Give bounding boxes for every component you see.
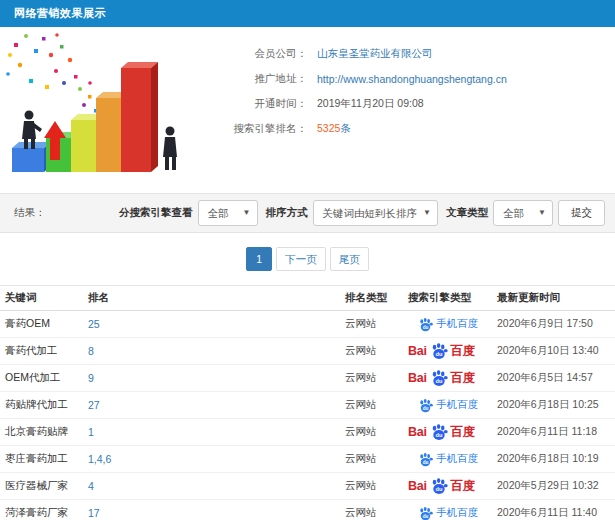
rank-type-cell: 云网站: [345, 452, 408, 466]
baidu-logo-latin: Bai: [408, 371, 427, 385]
company-label: 会员公司：: [192, 47, 307, 61]
updated-cell: 2020年6月9日 17:50: [497, 317, 615, 331]
keyword-cell: 医疗器械厂家: [5, 479, 88, 493]
svg-text:du: du: [435, 351, 442, 357]
col-engine-type: 搜索引擎类型: [408, 291, 497, 305]
mobile-baidu-label: 手机百度: [436, 398, 478, 412]
keyword-cell: 菏泽膏药厂家: [5, 506, 88, 520]
updated-cell: 2020年6月10日 13:40: [497, 344, 615, 358]
next-page-button[interactable]: 下一页: [276, 247, 326, 271]
mobile-baidu-label: 手机百度: [436, 452, 478, 466]
updated-cell: 2020年6月11日 11:40: [497, 506, 615, 520]
promo-url-label: 推广地址：: [192, 72, 307, 86]
bar-growth-illustration-svg: [0, 27, 192, 189]
article-type-label: 文章类型: [446, 206, 488, 220]
engine-view-selected: 全部: [208, 207, 229, 219]
article-type-select[interactable]: 全部 ▼: [493, 200, 553, 226]
last-page-button[interactable]: 尾页: [330, 247, 369, 271]
table-row: 膏药OEM25云网站du手机百度2020年6月9日 17:50: [0, 311, 615, 338]
page-header: 网络营销效果展示: [0, 0, 615, 27]
baidu-paw-icon: du: [418, 452, 433, 467]
baidu-paw-icon: du: [430, 369, 448, 387]
pagination: 1 下一页 尾页: [0, 233, 615, 285]
sort-select[interactable]: 关键词由短到长排序 ▼: [313, 200, 439, 226]
bar-red: [121, 62, 158, 172]
filter-bar: 结果： 分搜索引擎查看 全部 ▼ 排序方式 关键词由短到长排序 ▼ 文章类型 全…: [0, 193, 615, 233]
col-rank: 排名: [88, 291, 345, 305]
open-time-value: 2019年11月20日 09:08: [317, 97, 424, 111]
rank-link[interactable]: 4: [88, 480, 345, 492]
col-rank-type: 排名类型: [345, 291, 408, 305]
svg-text:du: du: [423, 459, 429, 464]
rank-link[interactable]: 1,4,6: [88, 453, 345, 465]
open-time-label: 开通时间：: [192, 97, 307, 111]
rank-link[interactable]: 1: [88, 426, 345, 438]
rank-link[interactable]: 9: [88, 372, 345, 384]
rank-link[interactable]: 27: [88, 399, 345, 411]
keyword-cell: OEM代加工: [5, 371, 88, 385]
svg-text:du: du: [423, 405, 429, 410]
submit-button[interactable]: 提交: [558, 200, 605, 226]
keyword-cell: 膏药OEM: [5, 317, 88, 331]
keyword-cell: 枣庄膏药加工: [5, 452, 88, 466]
engine-rank-row: 搜索引擎排名： 5325条: [192, 116, 507, 141]
member-info-list: 会员公司： 山东皇圣堂药业有限公司 推广地址： http://www.shand…: [192, 27, 507, 193]
open-time-row: 开通时间： 2019年11月20日 09:08: [192, 91, 507, 116]
rank-type-cell: 云网站: [345, 398, 408, 412]
rank-type-cell: 云网站: [345, 371, 408, 385]
engine-view-label: 分搜索引擎查看: [119, 206, 193, 220]
svg-text:du: du: [423, 513, 429, 518]
baidu-logo-latin: Bai: [408, 344, 427, 358]
chevron-down-icon: ▼: [538, 201, 546, 225]
keyword-cell: 北京膏药贴牌: [5, 425, 88, 439]
company-link[interactable]: 山东皇圣堂药业有限公司: [317, 47, 433, 59]
table-row: 北京膏药贴牌1云网站Baidu百度2020年6月11日 11:18: [0, 419, 615, 446]
filter-controls: 分搜索引擎查看 全部 ▼ 排序方式 关键词由短到长排序 ▼ 文章类型 全部 ▼ …: [116, 200, 605, 226]
baidu-logo-cn: 百度: [451, 343, 475, 360]
table-row: 膏药代加工8云网站Baidu百度2020年6月10日 13:40: [0, 338, 615, 365]
chevron-down-icon: ▼: [243, 201, 251, 225]
mobile-baidu-logo: du手机百度: [408, 452, 497, 467]
table-row: 医疗器械厂家4云网站Baidu百度2020年5月29日 10:32: [0, 473, 615, 500]
rank-type-cell: 云网站: [345, 344, 408, 358]
mobile-baidu-logo: du手机百度: [408, 398, 497, 413]
keyword-cell: 膏药代加工: [5, 344, 88, 358]
updated-cell: 2020年6月18日 10:19: [497, 452, 615, 466]
result-label: 结果：: [14, 206, 46, 220]
businessman-right: [163, 127, 177, 171]
table-header-row: 关键词 排名 排名类型 搜索引擎类型 最新更新时间: [0, 286, 615, 311]
rank-link[interactable]: 17: [88, 507, 345, 519]
keyword-cell: 药贴牌代加工: [5, 398, 88, 412]
rank-count: 5325: [317, 122, 340, 134]
baidu-paw-icon: du: [430, 423, 448, 441]
promo-url-link[interactable]: http://www.shandonghuangshengtang.cn: [317, 73, 507, 85]
updated-cell: 2020年6月11日 11:18: [497, 425, 615, 439]
rank-type-cell: 云网站: [345, 506, 408, 520]
sort-label: 排序方式: [266, 206, 308, 220]
svg-text:du: du: [423, 324, 429, 329]
table-row: 药贴牌代加工27云网站du手机百度2020年6月18日 10:25: [0, 392, 615, 419]
mobile-baidu-logo: du手机百度: [408, 317, 497, 332]
page-1-button[interactable]: 1: [246, 247, 272, 271]
baidu-logo: Baidu百度: [408, 369, 497, 387]
chevron-down-icon: ▼: [423, 201, 431, 225]
baidu-paw-icon: du: [418, 506, 433, 520]
mobile-baidu-label: 手机百度: [436, 506, 478, 520]
page-title: 网络营销效果展示: [14, 7, 106, 19]
results-table: 关键词 排名 排名类型 搜索引擎类型 最新更新时间 膏药OEM25云网站du手机…: [0, 285, 615, 520]
baidu-logo-cn: 百度: [451, 478, 475, 495]
rank-link[interactable]: 8: [88, 345, 345, 357]
rank-link[interactable]: 25: [88, 318, 345, 330]
rank-type-cell: 云网站: [345, 479, 408, 493]
mobile-baidu-label: 手机百度: [436, 317, 478, 331]
updated-cell: 2020年6月18日 10:25: [497, 398, 615, 412]
baidu-logo: Baidu百度: [408, 342, 497, 360]
baidu-paw-icon: du: [430, 477, 448, 495]
member-info-section: 会员公司： 山东皇圣堂药业有限公司 推广地址： http://www.shand…: [0, 27, 615, 193]
table-row: 菏泽膏药厂家17云网站du手机百度2020年6月11日 11:40: [0, 500, 615, 520]
col-updated: 最新更新时间: [497, 291, 615, 305]
company-row: 会员公司： 山东皇圣堂药业有限公司: [192, 41, 507, 66]
baidu-logo-cn: 百度: [451, 424, 475, 441]
engine-view-select[interactable]: 全部 ▼: [198, 200, 258, 226]
promo-url-row: 推广地址： http://www.shandonghuangshengtang.…: [192, 66, 507, 91]
